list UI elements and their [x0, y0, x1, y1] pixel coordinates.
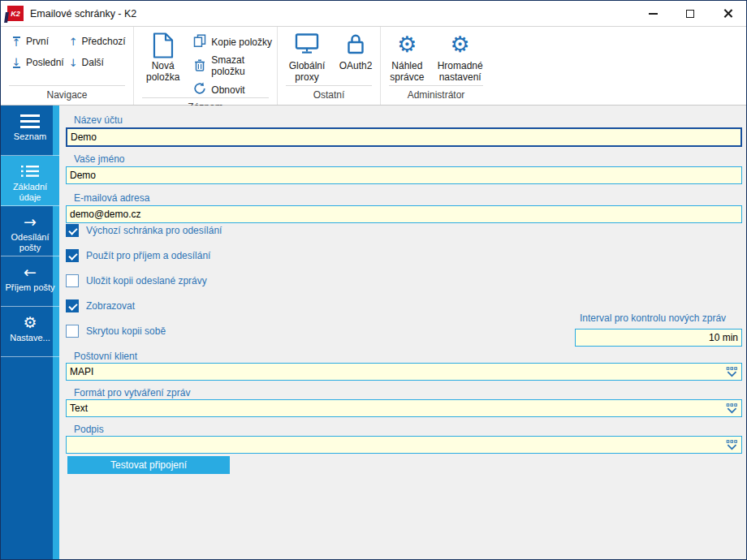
sidebar-item-zakladni-udaje[interactable]: Základní údaje [1, 156, 59, 206]
your-name-input[interactable] [66, 166, 742, 184]
sidebar-item-label: Příjem pošty [3, 282, 56, 293]
copy-item-label: Kopie položky [211, 37, 272, 48]
delete-item-label: Smazat položku [211, 54, 277, 77]
interval-field-group: Interval pro kontrolu nových zpráv [575, 313, 742, 347]
checkbox-label: Výchozí schránka pro odesílání [86, 225, 222, 236]
email-address-input[interactable] [66, 205, 742, 223]
refresh-label: Obnovit [211, 84, 244, 96]
sidebar-item-label: Odesílání pošty [1, 232, 59, 253]
checkbox[interactable] [66, 299, 79, 312]
new-item-button[interactable]: Nová položka [139, 27, 187, 97]
first-record-icon: ↑ [11, 37, 22, 47]
admin-preview-button[interactable]: ⚙ Náhled správce [383, 27, 430, 85]
refresh-icon [193, 82, 206, 97]
ribbon-group-zaznam: Nová položka Kopie položky [133, 27, 277, 105]
test-connection-button[interactable]: Testovat připojení [67, 456, 230, 474]
first-button-label: První [26, 36, 49, 47]
window-controls [634, 1, 746, 26]
previous-button[interactable]: ↑ Předchozí [69, 36, 126, 47]
sidebar-item-label: Nastave... [8, 333, 52, 343]
sidebar-item-label: Seznam [12, 131, 48, 142]
checkbox-row-ulozit-kopii[interactable]: Uložit kopii odeslané zprávy [66, 274, 742, 288]
last-record-icon: ↓ [11, 58, 22, 68]
account-name-input[interactable] [66, 127, 742, 147]
field-label-nazev-uctu: Název účtu [66, 115, 742, 126]
maximize-icon [686, 10, 694, 18]
checkbox-row-vychozi-schranka[interactable]: Výchozí schránka pro odesílání [66, 223, 742, 238]
field-label-postovni-klient: Poštovní klient [66, 351, 742, 362]
oauth2-button[interactable]: OAuth2 [335, 27, 377, 85]
monitor-icon [295, 32, 319, 60]
checkbox[interactable] [66, 249, 79, 262]
dropdown-chevron-icon[interactable] [726, 367, 738, 377]
arrow-down-icon: ↓ [69, 58, 78, 67]
dropdown-chevron-icon[interactable] [726, 440, 738, 450]
trash-icon [193, 58, 206, 74]
ribbon-group-label-administrator: Administrátor [389, 85, 483, 105]
arrow-right-icon: → [24, 213, 37, 230]
dropdown-chevron-icon[interactable] [726, 403, 738, 414]
ribbon-group-administrator: ⚙ Náhled správce ⚙ Hromadné nastavení Ad… [380, 27, 491, 105]
checkbox[interactable] [66, 224, 79, 237]
sidebar-item-prijem-posty[interactable]: ← Příjem pošty [1, 256, 59, 307]
list-icon [20, 113, 40, 129]
signature-dropdown[interactable] [66, 436, 742, 454]
interval-input[interactable] [575, 329, 742, 347]
bulk-settings-label: Hromadné nastavení [432, 60, 489, 83]
checkbox-row-zobrazovat[interactable]: Zobrazovat [66, 299, 742, 313]
field-label-vase-jmeno: Vaše jméno [66, 154, 742, 165]
oauth2-label: OAuth2 [339, 60, 373, 71]
field-label-interval: Interval pro kontrolu nových zpráv [575, 313, 742, 324]
sidebar-item-seznam[interactable]: Seznam [1, 106, 59, 156]
sidebar-item-nastaveni[interactable]: ⚙ Nastave... [1, 307, 59, 357]
minimize-icon [649, 13, 658, 15]
minimize-button[interactable] [634, 1, 671, 26]
dropdown-value: Text [70, 403, 726, 414]
message-format-dropdown[interactable]: Text [66, 399, 742, 417]
first-button[interactable]: ↑ První [11, 36, 64, 47]
field-label-email-adresa: E-mailová adresa [66, 193, 742, 204]
gear-icon: ⚙ [397, 32, 417, 60]
detail-list-icon [21, 163, 39, 179]
window-title: Emailové schránky - K2 [30, 8, 136, 19]
gear-icon: ⚙ [23, 314, 37, 330]
close-button[interactable] [709, 1, 746, 26]
bulk-settings-button[interactable]: ⚙ Hromadné nastavení [432, 27, 489, 85]
refresh-button[interactable]: Obnovit [193, 82, 277, 97]
sidebar-item-label: Základní údaje [1, 182, 59, 203]
checkbox[interactable] [66, 325, 79, 338]
mail-client-dropdown[interactable]: MAPI [66, 363, 742, 381]
sidebar-item-odesilani-posty[interactable]: → Odesílání pošty [1, 206, 59, 256]
ribbon-toolbar: ↑ První ↓ Poslední ↑ Předchozí ↓ Další [1, 27, 746, 106]
account-form: Název účtu Vaše jméno E-mailová adresa V… [59, 106, 746, 559]
maximize-button[interactable] [671, 1, 709, 26]
ribbon-group-navigace: ↑ První ↓ Poslední ↑ Předchozí ↓ Další [1, 27, 133, 105]
delete-item-button[interactable]: Smazat položku [193, 54, 277, 77]
dropdown-value: MAPI [70, 366, 726, 377]
checkbox-label: Zobrazovat [86, 300, 135, 312]
new-item-label: Nová položka [139, 60, 187, 83]
lock-icon [346, 32, 365, 60]
checkbox[interactable] [66, 274, 79, 287]
last-button[interactable]: ↓ Poslední [11, 57, 64, 68]
k2-logo-icon: K2 [7, 6, 24, 21]
ribbon-group-ostatni: Globální proxy OAuth2 Ostatní [277, 27, 380, 105]
gear-icon: ⚙ [451, 32, 470, 60]
copy-item-button[interactable]: Kopie položky [193, 34, 277, 50]
main-panel: Název účtu Vaše jméno E-mailová adresa V… [59, 106, 746, 559]
global-proxy-label: Globální proxy [281, 60, 333, 83]
checkbox-label: Použít pro příjem a odesílání [86, 250, 210, 261]
previous-button-label: Předchozí [82, 36, 126, 47]
app-window: K2 Emailové schránky - K2 ↑ První ↓ Posl… [0, 0, 747, 560]
sidebar: Seznam Základní údaje → Odesílání pošty … [1, 106, 59, 559]
checkbox-label: Skrytou kopii sobě [86, 325, 166, 337]
next-button[interactable]: ↓ Další [69, 57, 126, 68]
checkbox-row-pouzit-pro-prijem[interactable]: Použít pro příjem a odesílání [66, 248, 742, 263]
ribbon-group-label-ostatni: Ostatní [286, 85, 372, 105]
field-label-podpis: Podpis [66, 424, 742, 435]
copy-icon [193, 34, 206, 50]
new-document-icon [153, 32, 174, 60]
next-button-label: Další [82, 57, 104, 68]
close-icon [723, 8, 733, 19]
global-proxy-button[interactable]: Globální proxy [281, 27, 333, 85]
